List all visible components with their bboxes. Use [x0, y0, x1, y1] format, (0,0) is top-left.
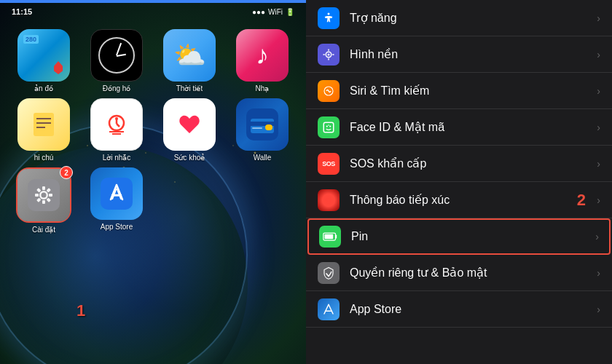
music-label: Nhạ: [256, 84, 270, 92]
notes-label: hi chú: [34, 154, 54, 162]
settings-badge: 2: [60, 166, 73, 179]
app-item-appstore[interactable]: A App Store: [82, 167, 152, 234]
music-icon[interactable]: [236, 29, 289, 82]
exposure-icon: [318, 189, 340, 211]
svg-rect-21: [42, 200, 45, 204]
settings-icon[interactable]: 2: [17, 169, 70, 221]
siri-icon: [318, 80, 340, 102]
settings-item-sos[interactable]: SOS SOS khẩn cấp ›: [306, 146, 612, 182]
app-item-notes[interactable]: hi chú: [9, 98, 79, 162]
app-item-clock[interactable]: Đồng hồ: [82, 29, 152, 92]
exposure-chevron: ›: [597, 194, 600, 206]
exposure-label: Thông báo tiếp xúc: [350, 193, 597, 207]
wallpaper-chevron: ›: [597, 49, 600, 60]
maps-label: ản đồ: [34, 84, 53, 92]
app-item-maps[interactable]: ản đồ: [9, 29, 79, 92]
battery-label: Pin: [351, 230, 595, 243]
accessibility-icon: [318, 7, 340, 29]
wallpaper-label: Hình nền: [350, 47, 597, 61]
svg-rect-22: [49, 194, 52, 197]
step-1-number: 1: [76, 301, 85, 320]
settings-highlight-border: 2: [16, 167, 71, 223]
svg-rect-15: [265, 124, 272, 130]
faceid-label: Face ID & Mật mã: [350, 120, 597, 134]
svg-point-44: [328, 199, 330, 201]
app-item-weather[interactable]: Thời tiết: [154, 29, 224, 92]
battery-icon: 🔋: [286, 8, 294, 16]
status-time: 11:15: [12, 7, 32, 16]
status-icons: ●●● WiFi 🔋: [252, 8, 294, 16]
svg-rect-16: [252, 127, 262, 129]
settings-list: Trợ năng › Hình nền ›: [306, 0, 612, 364]
privacy-icon: [318, 262, 340, 284]
battery-chevron: ›: [595, 231, 599, 242]
reminder-label: Lời nhắc: [103, 154, 131, 162]
settings-item-accessibility[interactable]: Trợ năng ›: [306, 0, 612, 36]
appstore-icon[interactable]: A: [90, 167, 143, 220]
svg-rect-38: [323, 122, 334, 132]
svg-point-36: [328, 53, 330, 55]
clock-icon[interactable]: [90, 29, 143, 82]
sos-label: SOS khẩn cấp: [350, 157, 597, 170]
siri-label: Siri & Tìm kiếm: [350, 84, 597, 98]
reminder-icon[interactable]: [90, 98, 143, 151]
siri-chevron: ›: [597, 85, 600, 97]
settings-item-wallpaper[interactable]: Hình nền ›: [306, 36, 612, 73]
svg-rect-46: [336, 235, 337, 239]
settings-label: Cài đặt: [32, 226, 55, 234]
app-grid: ản đồ Đồng hồ Thời tiết Nhạ: [0, 23, 306, 240]
appstore-label: App Store: [101, 223, 133, 231]
svg-rect-47: [325, 234, 334, 240]
wallet-label: Walle: [254, 154, 272, 162]
app-item-wallet[interactable]: Walle: [227, 98, 297, 162]
status-bar: 11:15 ●●● WiFi 🔋: [0, 3, 306, 20]
app-item-reminder[interactable]: Lời nhắc: [82, 98, 152, 162]
battery-settings-icon: [319, 226, 341, 248]
faceid-icon: [318, 116, 340, 138]
svg-point-30: [328, 12, 330, 15]
settings-item-privacy[interactable]: Quyền riêng tư & Bảo mật ›: [306, 255, 612, 291]
settings-item-battery[interactable]: Pin ›: [307, 218, 611, 255]
settings-item-exposure[interactable]: Thông báo tiếp xúc 2 ›: [306, 182, 612, 218]
app-item-settings[interactable]: 2 Cài đặt: [9, 167, 79, 234]
svg-point-19: [42, 193, 47, 198]
svg-point-40: [329, 125, 331, 127]
svg-rect-0: [34, 113, 54, 136]
right-panel: Trợ năng › Hình nền ›: [306, 0, 612, 364]
appstore-settings-label: App Store: [350, 303, 597, 316]
left-panel: 11:15 ●●● WiFi 🔋 ản đồ Đồng hồ Thời tiết: [0, 0, 306, 364]
privacy-label: Quyền riêng tư & Bảo mật: [350, 266, 597, 280]
wallet-icon[interactable]: [236, 98, 289, 151]
wifi-icon: WiFi: [268, 8, 283, 16]
health-label: Sức khoẻ: [174, 154, 205, 162]
sos-icon: SOS: [318, 153, 340, 175]
accessibility-chevron: ›: [597, 12, 600, 24]
wallpaper-icon: [318, 44, 340, 66]
step-2-number: 2: [577, 191, 586, 210]
accessibility-label: Trợ năng: [350, 11, 597, 25]
weather-label: Thời tiết: [176, 84, 203, 92]
app-item-health[interactable]: Sức khoẻ: [154, 98, 224, 162]
signal-icon: ●●●: [252, 8, 265, 16]
app-item-music[interactable]: Nhạ: [227, 29, 297, 92]
settings-item-appstore[interactable]: App Store ›: [306, 291, 612, 328]
health-icon[interactable]: [163, 98, 216, 151]
settings-item-siri[interactable]: Siri & Tìm kiếm ›: [306, 73, 612, 109]
notes-icon[interactable]: [17, 98, 70, 151]
appstore-settings-chevron: ›: [597, 304, 600, 315]
privacy-chevron: ›: [597, 267, 600, 279]
sos-chevron: ›: [597, 158, 600, 170]
svg-rect-20: [42, 186, 45, 190]
svg-rect-23: [35, 194, 39, 197]
clock-face: [98, 37, 135, 74]
clock-label: Đồng hồ: [103, 84, 131, 92]
faceid-chevron: ›: [597, 122, 600, 133]
svg-point-39: [326, 125, 328, 127]
weather-icon[interactable]: [163, 29, 216, 82]
appstore-settings-icon: [318, 298, 340, 320]
settings-item-faceid[interactable]: Face ID & Mật mã ›: [306, 109, 612, 146]
maps-icon[interactable]: [17, 29, 70, 82]
